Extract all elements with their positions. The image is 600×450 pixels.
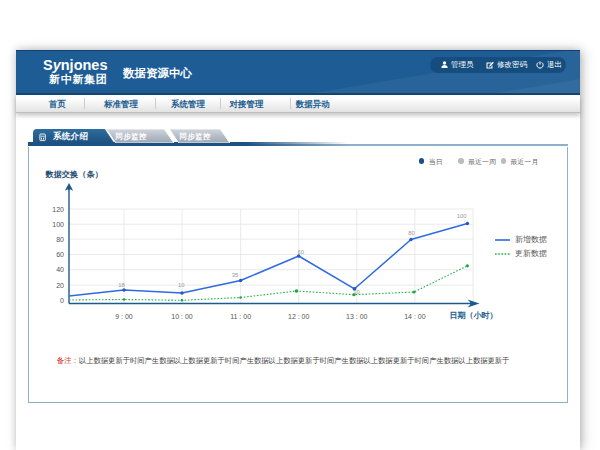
svg-text:10: 10 xyxy=(178,282,184,288)
svg-text:同步监控: 同步监控 xyxy=(116,132,147,141)
svg-text:10 : 00: 10 : 00 xyxy=(171,313,193,320)
svg-text:40: 40 xyxy=(56,266,64,273)
svg-text:14 : 00: 14 : 00 xyxy=(404,313,426,320)
svg-text:9 : 00: 9 : 00 xyxy=(115,313,133,320)
svg-text:系统介绍: 系统介绍 xyxy=(52,131,88,141)
svg-text:日期（小时）: 日期（小时） xyxy=(450,311,498,320)
svg-text:120: 120 xyxy=(52,206,64,213)
svg-text:35: 35 xyxy=(232,272,238,278)
svg-text:100: 100 xyxy=(52,221,64,228)
svg-text:60: 60 xyxy=(297,249,303,255)
svg-text:60: 60 xyxy=(56,251,64,258)
svg-text:80: 80 xyxy=(56,236,64,243)
svg-text:13 : 00: 13 : 00 xyxy=(346,313,368,320)
svg-text:12 : 00: 12 : 00 xyxy=(288,313,310,320)
svg-text:100: 100 xyxy=(457,213,467,219)
svg-text:10: 10 xyxy=(353,289,359,295)
svg-text:20: 20 xyxy=(56,282,64,289)
svg-text:18: 18 xyxy=(118,282,124,288)
svg-text:11 : 00: 11 : 00 xyxy=(230,313,251,320)
svg-text:80: 80 xyxy=(408,230,414,236)
svg-text:同步监控: 同步监控 xyxy=(180,132,211,141)
svg-text:0: 0 xyxy=(60,297,64,304)
